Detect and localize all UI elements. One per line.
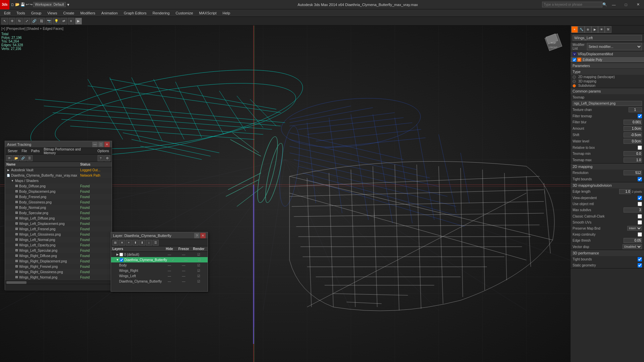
asset-path-input[interactable] <box>5 284 112 289</box>
search-input[interactable] <box>542 2 602 7</box>
list-item[interactable]: 🖼 Wings_Left_Opacity.png Found <box>5 242 112 248</box>
light-btn[interactable]: 💡 <box>53 18 60 24</box>
layer-tool-7[interactable]: ↕ <box>146 240 152 246</box>
asset-menu-bitmap[interactable]: Bitmap Performance and Memory <box>42 147 95 155</box>
mapping-2d-header[interactable]: 2D mapping <box>571 164 644 170</box>
relative-bbox-check[interactable] <box>638 145 642 150</box>
list-item[interactable]: 🖼 Wings_Left_Normal.png Found <box>5 237 112 242</box>
panel-icon-modify[interactable]: 🔧 <box>578 26 585 33</box>
modifier-item[interactable]: V VRayDisplacementMod <box>571 51 644 57</box>
asset-menu-options[interactable]: Options <box>96 149 110 153</box>
type-2d-radio[interactable] <box>573 75 576 79</box>
asset-menu-paths[interactable]: Paths <box>30 149 41 153</box>
select-btn[interactable]: ↖ <box>1 18 8 24</box>
list-item[interactable]: 🖼 Wings_Right_Displacement.png Found <box>5 258 112 264</box>
layer-tool-8[interactable]: ☰ <box>153 240 159 246</box>
modifier-list-dropdown[interactable]: Select modifier... <box>587 43 642 50</box>
type-header[interactable]: Type <box>571 69 644 75</box>
menu-item-tools[interactable]: Tools <box>14 10 28 16</box>
classic-catmull-check[interactable] <box>638 214 642 219</box>
layer-tool-delete[interactable]: ✕ <box>119 240 125 246</box>
filter-blur-input[interactable] <box>624 120 642 125</box>
asset-scrollbar[interactable] <box>5 281 112 284</box>
align-btn[interactable]: ≡ <box>68 18 74 24</box>
list-item[interactable]: 🖼 Body_Fresnel.png Found <box>5 194 112 199</box>
panel-icon-hierarchy[interactable]: ⊕ <box>585 26 591 33</box>
list-item[interactable]: ▶ Autodesk Vault Logged Out... <box>5 167 112 173</box>
new-btn[interactable]: 🗋 <box>11 3 14 7</box>
search-btn[interactable]: 🔍 <box>602 2 607 7</box>
asset-tool-1[interactable]: ⟳ <box>6 155 12 161</box>
performance-3d-header[interactable]: 3D performance <box>571 250 644 256</box>
amount-input[interactable] <box>624 126 642 131</box>
type-3d-radio[interactable] <box>573 80 576 83</box>
menu-item-maxscript[interactable]: MAXScript <box>197 10 219 16</box>
list-item[interactable]: 🖼 Wings_Right_Normal.png Found <box>5 275 112 280</box>
menu-item-animation[interactable]: Animation <box>99 10 120 16</box>
minimize-btn[interactable]: — <box>608 0 620 9</box>
layer-tool-add[interactable]: + <box>126 240 132 246</box>
list-item[interactable]: 🖼 Wings_Right_Fresnel.png Found <box>5 264 112 269</box>
panel-icon-motion[interactable]: ▶ <box>591 26 598 33</box>
menu-item-edit[interactable]: Edit <box>1 10 13 16</box>
asset-maximize-btn[interactable]: □ <box>98 142 104 147</box>
menu-item-graph-editors[interactable]: Graph Editors <box>121 10 149 16</box>
static-geometry-check[interactable] <box>638 263 642 267</box>
menu-item-customize[interactable]: Customize <box>173 10 196 16</box>
menu-item-help[interactable]: Help <box>220 10 233 16</box>
save-btn[interactable]: 💾 <box>20 2 25 7</box>
unlink-btn[interactable]: ⛓ <box>38 18 45 24</box>
asset-file-list[interactable]: ▶ Autodesk Vault Logged Out... 📄 Diaethr… <box>5 167 112 281</box>
texmap-min-input[interactable] <box>624 151 642 156</box>
view-dependent-check[interactable] <box>638 196 642 200</box>
render-btn[interactable]: ▶ <box>75 18 82 24</box>
layer-row[interactable]: Wings_Left — — ☑ <box>111 273 208 279</box>
object-name-input[interactable] <box>573 35 642 41</box>
preserve-map-select[interactable]: Interr <box>627 226 642 231</box>
close-btn[interactable]: ✕ <box>632 0 644 9</box>
layer-row[interactable]: Wings_Right — — ☑ <box>111 268 208 273</box>
tight-bounds-3d-check[interactable] <box>638 257 642 261</box>
panel-icon-utilities[interactable]: ⚒ <box>605 26 611 33</box>
rotate-btn[interactable]: ↻ <box>16 18 23 24</box>
list-item[interactable]: 🖼 Body_Specular.png Found <box>5 210 112 216</box>
redo-btn[interactable]: ↪ <box>30 2 33 7</box>
list-item[interactable]: 🖼 Wings_Left_Diffuse.png Found <box>5 216 112 221</box>
keep-continuity-check[interactable] <box>638 232 642 237</box>
undo-btn[interactable]: ↩ <box>26 2 29 7</box>
panel-icon-display[interactable]: 👁 <box>598 26 605 33</box>
list-item[interactable]: 🖼 Wings_Left_Displacement.png Found <box>5 221 112 226</box>
mirror-btn[interactable]: ⇌ <box>60 18 67 24</box>
modifier-visible-check[interactable] <box>573 58 576 62</box>
list-item[interactable]: 🖼 Body_Normal.png Found <box>5 205 112 210</box>
shift-input[interactable] <box>624 132 642 137</box>
asset-close-btn[interactable]: ✕ <box>104 142 110 147</box>
list-item[interactable]: 🖼 Body_Displacement.png Found <box>5 189 112 194</box>
layer-check[interactable] <box>120 258 123 262</box>
edge-thresh-input[interactable] <box>624 238 642 243</box>
layer-tool-new[interactable]: ⊞ <box>112 240 118 246</box>
texture-chan-input[interactable] <box>629 107 642 112</box>
tight-bounds-2d-check[interactable] <box>638 177 642 181</box>
asset-menu-file[interactable]: File <box>20 149 28 153</box>
list-item[interactable]: 🖼 Wings_Left_Glossiness.png Found <box>5 232 112 237</box>
list-item[interactable]: ▼ Maps / Shaders <box>5 178 112 183</box>
asset-tool-3[interactable]: 🔗 <box>20 155 26 161</box>
list-item[interactable]: 📄 Diaethria_Clymena_Butterfly_max_vray.m… <box>5 173 112 178</box>
layer-help-btn[interactable]: ? <box>194 233 200 238</box>
edge-length-input[interactable] <box>619 189 631 194</box>
layer-titlebar[interactable]: Layer: Diaethria_Clymena_Butterfly ? ✕ <box>111 232 208 239</box>
layer-row[interactable]: ▶ 0 (default) — — ☑ <box>111 252 208 257</box>
vector-disp-select[interactable]: Disabled <box>623 244 642 249</box>
asset-tracking-titlebar[interactable]: Asset Tracking — □ ✕ <box>5 141 112 148</box>
list-item[interactable]: 🖼 Wings_Right_Opacity.png Found <box>5 280 112 281</box>
menu-item-create[interactable]: Create <box>60 10 77 16</box>
water-level-input[interactable] <box>624 139 642 144</box>
menu-item-modifiers[interactable]: Modifiers <box>77 10 98 16</box>
asset-tool-settings[interactable]: ⚙ <box>104 155 110 161</box>
layer-tool-5[interactable]: ⬆ <box>132 240 139 246</box>
asset-menu-server[interactable]: Server <box>6 149 19 153</box>
menu-item-group[interactable]: Group <box>29 10 44 16</box>
scale-btn[interactable]: ⤢ <box>23 18 30 24</box>
panel-icon-create[interactable]: ✦ <box>571 26 578 33</box>
